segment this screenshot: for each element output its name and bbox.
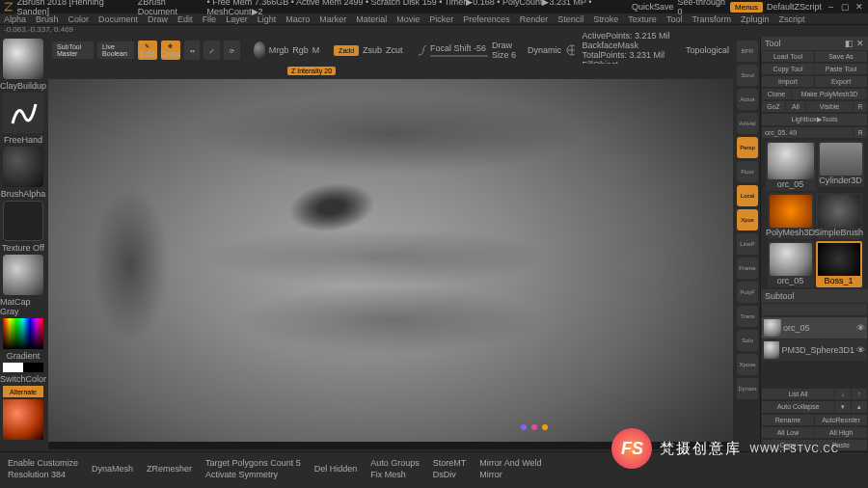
tool-thumb-Cylinder3D[interactable]: Cylinder3D [818, 141, 864, 187]
paste-tool-button[interactable]: Paste Tool [815, 64, 867, 74]
enable-customize-button[interactable]: Enable Customize [8, 458, 78, 468]
menu-layer[interactable]: Layer [226, 14, 248, 24]
menu-stencil[interactable]: Stencil [557, 14, 583, 24]
s-curve-icon[interactable] [417, 43, 426, 57]
side-xpos-button[interactable]: Xpos [737, 209, 758, 230]
dynamic-toggle[interactable]: Dynamic [528, 45, 561, 55]
del-hidden-button[interactable]: Del Hidden [314, 464, 358, 474]
side-transp-button[interactable]: Trans [737, 306, 758, 327]
save-as-button[interactable]: Save As [815, 51, 867, 62]
side-xpose-button[interactable]: Xpose [737, 354, 758, 375]
menu-zscript[interactable]: Zscript [779, 14, 805, 24]
viewport[interactable] [48, 79, 733, 449]
menu-edit[interactable]: Edit [177, 14, 193, 24]
draw-size-slider[interactable]: Draw Size 6 [492, 41, 524, 60]
color-swatches[interactable] [3, 363, 43, 372]
close-button[interactable]: ✕ [854, 2, 864, 12]
color-picker[interactable] [3, 318, 43, 349]
scale-button[interactable]: ⤢ [203, 41, 220, 60]
texture-thumb[interactable] [3, 201, 43, 241]
zcut-button[interactable]: Zcut [386, 45, 403, 55]
autoreorder-button[interactable]: AutoReorder [815, 415, 867, 425]
menu-transform[interactable]: Transform [692, 14, 731, 24]
side-frame-button[interactable]: Frame [737, 258, 758, 279]
focal-shift-slider[interactable]: Focal Shift -56 [430, 43, 488, 57]
fix-mesh-button[interactable]: Fix Mesh [370, 470, 420, 479]
menu-zplugin[interactable]: Zplugin [741, 14, 770, 24]
r-button[interactable]: R [854, 127, 867, 138]
goz-r-button[interactable]: R [854, 101, 867, 112]
auto-collapse-button[interactable]: Auto Collapse [762, 401, 834, 413]
goz-button[interactable]: GoZ [762, 101, 785, 112]
side-polyf-button[interactable]: PolyF [737, 282, 758, 303]
subtool-master-button[interactable]: SubTool Master [52, 41, 94, 59]
make-polymesh-button[interactable]: Make PolyMesh3D [792, 89, 867, 99]
switchcolor-button[interactable]: SwitchColor [0, 374, 46, 384]
menu-document[interactable]: Document [98, 14, 138, 24]
material-thumb[interactable] [3, 255, 43, 295]
edit-button[interactable]: ✎Edit [138, 41, 157, 60]
menu-macro[interactable]: Macro [285, 14, 310, 24]
arrow-down-button[interactable]: ↓ [835, 389, 851, 399]
menu-preferences[interactable]: Preferences [463, 14, 510, 24]
side-local-button[interactable]: Local [737, 185, 758, 206]
menu-marker[interactable]: Marker [319, 14, 346, 24]
min-button[interactable]: – [826, 2, 836, 12]
menu-render[interactable]: Render [520, 14, 549, 24]
arrow-up-button[interactable]: ↑ [852, 389, 867, 399]
menu-tool[interactable]: Tool [666, 14, 683, 24]
zremesher-button[interactable]: ZRemesher [147, 464, 192, 474]
topological-button[interactable]: Topological [686, 45, 729, 55]
mirror-button[interactable]: Mirror [479, 470, 541, 479]
dsdiv-button[interactable]: DsDiv [433, 470, 467, 479]
subtool-header[interactable]: Subtool [761, 289, 868, 303]
menu-draw[interactable]: Draw [148, 14, 168, 24]
tool-thumb-SimpleBrush[interactable]: SimpleBrush [816, 193, 862, 239]
export-button[interactable]: Export [815, 76, 867, 87]
live-boolean-button[interactable]: Live Boolean [97, 41, 134, 59]
target-polygons-slider[interactable]: Target Polygons Count 5 [205, 458, 301, 468]
zadd-button[interactable]: Zadd [334, 45, 359, 56]
mrgb-button[interactable]: Mrgb [269, 45, 289, 55]
material-preview[interactable] [3, 399, 43, 440]
resolution-slider[interactable]: Resolution 384 [8, 470, 78, 479]
side-solo-button[interactable]: Solo [737, 330, 758, 351]
mirror-weld-button[interactable]: Mirror And Weld [479, 458, 541, 468]
menu-brush[interactable]: Brush [36, 14, 59, 24]
rgb-button[interactable]: Rgb [292, 45, 309, 55]
move-button[interactable]: ⇔ [184, 41, 201, 60]
draw-button[interactable]: ✥Draw [161, 41, 180, 60]
lightbox-tools-button[interactable]: Lightbox▶Tools [762, 114, 867, 125]
subtool-row[interactable]: PM3D_Sphere3D1👁 [762, 339, 867, 361]
load-tool-button[interactable]: Load Tool [762, 51, 814, 62]
move-up-button[interactable]: ▴ [852, 401, 867, 413]
zsub-button[interactable]: Zsub [363, 45, 382, 55]
move-down-button[interactable]: ▾ [835, 401, 851, 413]
tool-thumb-orc_05[interactable]: orc_05 [768, 241, 814, 287]
menu-light[interactable]: Light [258, 14, 277, 24]
stroke-thumb[interactable] [3, 93, 43, 133]
rotate-button[interactable]: ⟳ [224, 41, 240, 60]
side-linepill-button[interactable]: LineP [737, 233, 758, 255]
subtool-slider[interactable] [762, 304, 867, 315]
dynamesh-button[interactable]: DynaMesh [92, 464, 133, 474]
side-floor-button[interactable]: Floor [737, 161, 758, 182]
tool-panel-header[interactable]: Tool◧ ✕ [761, 37, 868, 50]
side-bpr-button[interactable]: BPR [737, 41, 758, 62]
import-button[interactable]: Import [762, 76, 814, 87]
subtool-row[interactable]: orc_05👁 [762, 317, 867, 339]
activate-symmetry-button[interactable]: Activate Symmetry [205, 470, 301, 479]
side-persp-button[interactable]: Persp [737, 137, 758, 158]
tool-thumb-selected[interactable]: Boss_1 [816, 241, 862, 287]
clone-button[interactable]: Clone [762, 89, 791, 99]
alpha-thumb[interactable] [3, 147, 43, 187]
tool-thumb-orc_05[interactable]: orc_05 [766, 141, 816, 191]
rename-button[interactable]: Rename [762, 415, 814, 425]
menu-picker[interactable]: Picker [429, 14, 453, 24]
storemt-button[interactable]: StoreMT [433, 458, 467, 468]
side-dynamic-button[interactable]: Dynam [737, 378, 758, 399]
side-actual-button[interactable]: Actua [737, 89, 758, 110]
menu-material[interactable]: Material [356, 14, 387, 24]
menu-texture[interactable]: Texture [628, 14, 657, 24]
menu-stroke[interactable]: Stroke [593, 14, 618, 24]
